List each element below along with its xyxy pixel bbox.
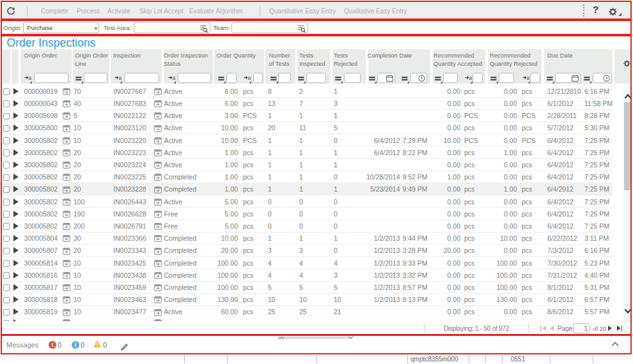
svg-text:a: a bbox=[527, 75, 530, 81]
svg-text:a: a bbox=[119, 75, 122, 81]
svg-text:a: a bbox=[248, 75, 251, 81]
svg-text:a: a bbox=[29, 75, 32, 81]
svg-text:a: a bbox=[469, 75, 473, 81]
svg-text:a: a bbox=[173, 75, 176, 81]
